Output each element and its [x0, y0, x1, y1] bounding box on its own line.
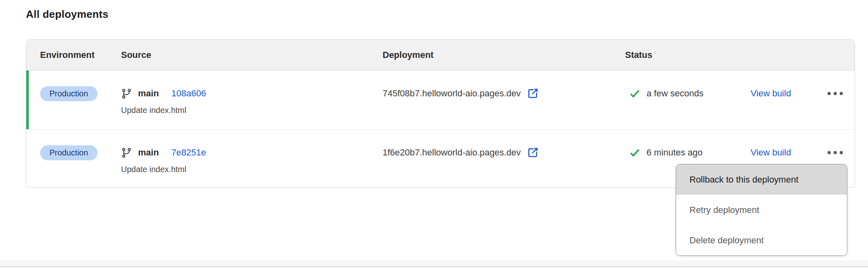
row-menu-button[interactable]	[828, 146, 843, 159]
environment-cell: Production	[26, 130, 121, 187]
page-title: All deployments	[26, 8, 108, 21]
status-time: 6 minutes ago	[647, 147, 702, 158]
success-check-icon	[629, 88, 640, 99]
environment-cell: Production	[26, 70, 121, 129]
deployment-cell: 1f6e20b7.helloworld-aio.pages.dev	[383, 130, 625, 187]
deployment-url: 745f08b7.helloworld-aio.pages.dev	[383, 88, 521, 99]
column-header-environment: Environment	[26, 50, 121, 60]
column-header-source: Source	[121, 50, 383, 60]
page-bottom-divider	[0, 260, 868, 267]
status-time: a few seconds	[647, 88, 704, 99]
success-check-icon	[629, 147, 640, 158]
current-deployment-marker	[26, 70, 29, 129]
commit-link[interactable]: 108a606	[171, 88, 206, 99]
commit-message: Update index.html	[121, 106, 383, 115]
environment-badge: Production	[40, 145, 98, 160]
table-header-row: Environment Source Deployment Status	[26, 40, 855, 70]
menu-item-rollback[interactable]: Rollback to this deployment	[676, 164, 847, 195]
deployment-context-menu: Rollback to this deployment Retry deploy…	[676, 164, 847, 256]
status-cell: a few seconds View build	[625, 70, 859, 129]
environment-badge: Production	[40, 86, 98, 101]
view-build-link[interactable]: View build	[751, 87, 828, 100]
source-cell: main 108a606 Update index.html	[121, 70, 383, 129]
row-menu-button[interactable]	[828, 87, 843, 100]
menu-item-delete[interactable]: Delete deployment	[676, 225, 847, 255]
table-row: Production main 108a606 Update index.htm…	[26, 70, 855, 129]
commit-message: Update index.html	[121, 165, 383, 174]
deployment-url: 1f6e20b7.helloworld-aio.pages.dev	[383, 147, 521, 158]
deployment-cell: 745f08b7.helloworld-aio.pages.dev	[383, 70, 625, 129]
external-link-icon[interactable]	[527, 87, 539, 100]
ellipsis-icon	[828, 151, 831, 154]
column-header-status: Status	[625, 50, 855, 60]
source-cell: main 7e8251e Update index.html	[121, 130, 383, 187]
branch-name: main	[138, 88, 159, 99]
commit-link[interactable]: 7e8251e	[171, 147, 206, 158]
git-branch-icon	[121, 88, 132, 99]
branch-name: main	[138, 147, 159, 158]
ellipsis-icon	[828, 92, 831, 95]
external-link-icon[interactable]	[527, 147, 539, 159]
deployments-page: All deployments Environment Source Deplo…	[0, 0, 868, 268]
view-build-link[interactable]: View build	[751, 146, 828, 159]
git-branch-icon	[121, 147, 132, 158]
column-header-deployment: Deployment	[383, 50, 625, 60]
menu-item-retry[interactable]: Retry deployment	[676, 195, 847, 225]
